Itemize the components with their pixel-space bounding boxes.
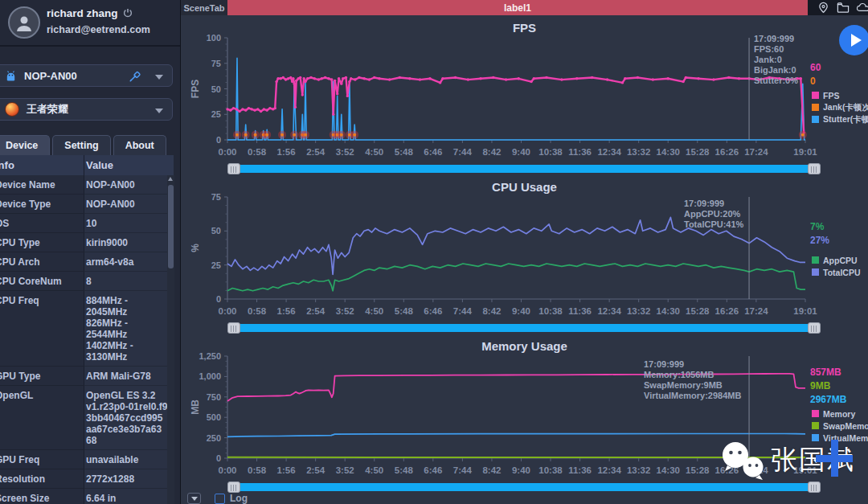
tab-about[interactable]: About — [113, 135, 166, 155]
table-row: CPU Typekirin9000 — [0, 233, 174, 252]
table-row: Screen Size6.64 in — [0, 489, 174, 504]
scroll-grip-right[interactable] — [808, 322, 821, 334]
svg-text:6:46: 6:46 — [424, 465, 442, 475]
android-icon — [5, 70, 17, 82]
svg-text:0:00: 0:00 — [218, 465, 236, 475]
table-row: GPU Frequnavailable — [0, 450, 174, 469]
label1-bar[interactable]: label1 — [227, 0, 808, 15]
info-cell: CPU Arch — [0, 252, 84, 272]
svg-text:14:30: 14:30 — [657, 147, 680, 157]
svg-text:2:54: 2:54 — [306, 306, 326, 316]
current-value: 2967MB — [810, 393, 846, 407]
current-value: 7% — [810, 220, 829, 234]
svg-text:4:50: 4:50 — [365, 465, 383, 475]
svg-text:3:52: 3:52 — [336, 147, 354, 157]
svg-text:17:24: 17:24 — [744, 306, 768, 316]
legend-label: Memory — [823, 409, 855, 419]
info-cell: Screen Size — [0, 489, 84, 504]
svg-text:14:30: 14:30 — [657, 306, 680, 316]
usb-connect-icon[interactable] — [129, 70, 141, 86]
svg-text:0:58: 0:58 — [248, 306, 267, 316]
svg-text:6:46: 6:46 — [424, 147, 442, 157]
sidebar: richard zhang richard@eetrend.com NOP-AN… — [0, 0, 181, 504]
svg-text:250: 250 — [207, 433, 221, 443]
main-panel: SceneTab label1 FPS 02550751000:000:581:… — [181, 0, 868, 504]
legend-item[interactable]: TotalCPU — [812, 266, 868, 278]
table-row: CPU Freq884MHz - 2045MHz 826MHz - 2544MH… — [0, 291, 174, 367]
person-icon — [14, 13, 34, 32]
value-cell: 2772x1288 — [84, 469, 174, 489]
svg-text:14:30: 14:30 — [657, 465, 680, 475]
scroll-track[interactable] — [240, 483, 808, 491]
scroll-grip-right[interactable] — [808, 481, 821, 493]
svg-text:750: 750 — [207, 392, 221, 402]
svg-text:MB: MB — [190, 400, 201, 415]
svg-text:75: 75 — [211, 59, 221, 68]
legend-label: SwapMemory — [823, 421, 868, 431]
location-icon[interactable] — [817, 2, 829, 14]
scroll-grip-right[interactable] — [808, 163, 821, 174]
game-app-icon — [5, 102, 19, 117]
table-row: Device NameNOP-AN00 — [0, 175, 174, 195]
svg-text:0:58: 0:58 — [248, 147, 267, 157]
legend-item[interactable]: Jank(卡顿次数) — [812, 101, 868, 113]
legend-swatch — [812, 116, 819, 123]
table-header: Info Value — [0, 155, 174, 175]
legend-label: Jank(卡顿次数) — [823, 102, 868, 113]
table-body: Device NameNOP-AN00Device TypeNOP-AN00OS… — [0, 175, 174, 504]
power-icon[interactable] — [123, 8, 133, 20]
chevron-down-icon[interactable] — [155, 75, 163, 80]
log-checkbox-label: Log — [230, 493, 248, 504]
tab-setting[interactable]: Setting — [52, 135, 110, 155]
svg-text:5:48: 5:48 — [395, 147, 414, 157]
table-scrollbar[interactable] — [167, 175, 174, 504]
fps-timeline-scrollbar[interactable] — [227, 163, 821, 174]
tab-device[interactable]: Device — [0, 135, 50, 155]
value-cell: NOP-AN00 — [84, 175, 174, 195]
svg-text:FPS: FPS — [190, 80, 201, 98]
value-cell: ARM Mali-G78 — [84, 367, 174, 386]
scroll-up-icon[interactable] — [168, 177, 173, 181]
legend-item[interactable]: AppCPU — [812, 254, 868, 266]
svg-text:7:44: 7:44 — [453, 465, 473, 475]
legend-item[interactable]: Memory — [812, 408, 868, 420]
scroll-grip-left[interactable] — [227, 163, 240, 174]
svg-text:16:26: 16:26 — [715, 306, 739, 316]
legend-item[interactable]: FPS — [812, 89, 868, 101]
app-selector[interactable]: 王者荣耀 — [0, 98, 173, 121]
table-row: GPU TypeARM Mali-G78 — [0, 367, 174, 386]
folder-icon[interactable] — [837, 2, 850, 14]
cloud-icon[interactable] — [857, 2, 868, 14]
svg-text:0: 0 — [216, 453, 221, 463]
chevron-down-icon[interactable] — [155, 109, 163, 113]
legend-swatch — [812, 92, 819, 99]
legend-item[interactable]: SwapMemory — [812, 420, 868, 432]
scene-tab[interactable]: SceneTab — [181, 0, 227, 15]
svg-text:0:00: 0:00 — [218, 147, 236, 157]
svg-text:12:34: 12:34 — [597, 147, 621, 157]
fps-tooltip: 17:09:999FPS:60Jank:0BigJank:0Stutter:0% — [754, 34, 798, 86]
legend-label: AppCPU — [823, 256, 858, 265]
fps-chart-section: FPS 02550751000:000:581:562:543:524:505:… — [181, 15, 868, 174]
scroll-track[interactable] — [240, 165, 808, 173]
svg-text:2:54: 2:54 — [306, 465, 326, 475]
memory-timeline-scrollbar[interactable] — [227, 481, 821, 493]
svg-text:4:50: 4:50 — [365, 147, 383, 157]
info-cell: OS — [0, 214, 84, 233]
legend-item[interactable]: Stutter(卡顿率) — [812, 113, 868, 125]
scrollbar-thumb[interactable] — [168, 185, 174, 268]
scroll-grip-left[interactable] — [227, 481, 240, 493]
device-selector-label: NOP-AN00 — [24, 70, 77, 82]
plus-watermark-icon — [814, 438, 854, 478]
cpu-timeline-scrollbar[interactable] — [227, 322, 821, 334]
memory-chart: 02505007501,0001,2500:000:581:562:543:52… — [181, 350, 868, 479]
svg-text:25: 25 — [211, 109, 221, 119]
svg-text:9:40: 9:40 — [512, 465, 530, 475]
log-checkbox[interactable] — [215, 494, 225, 504]
collapse-button[interactable] — [187, 493, 201, 504]
info-cell: Device Name — [0, 175, 84, 195]
svg-text:500: 500 — [207, 412, 221, 422]
scroll-track[interactable] — [240, 324, 808, 332]
scroll-grip-left[interactable] — [227, 322, 240, 334]
device-selector[interactable]: NOP-AN00 — [0, 64, 173, 87]
